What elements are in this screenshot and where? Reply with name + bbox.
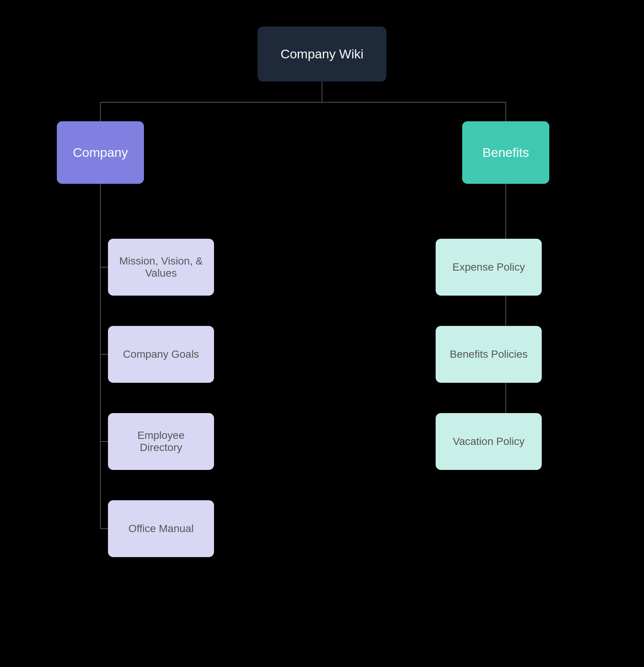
benpolicies-node[interactable]: Benefits Policies [436, 326, 542, 383]
employees-node[interactable]: Employee Directory [108, 413, 214, 470]
vacation-node[interactable]: Vacation Policy [436, 413, 542, 470]
org-chart: Company Wiki Company Benefits Mission, V… [19, 11, 625, 656]
goals-label: Company Goals [123, 348, 199, 360]
employees-label: Employee Directory [116, 429, 206, 454]
mission-node[interactable]: Mission, Vision, & Values [108, 239, 214, 296]
mission-label: Mission, Vision, & Values [116, 255, 206, 279]
office-node[interactable]: Office Manual [108, 500, 214, 557]
benefits-node[interactable]: Benefits [462, 121, 549, 184]
expense-node[interactable]: Expense Policy [436, 239, 542, 296]
company-label: Company [73, 145, 128, 160]
root-label: Company Wiki [280, 47, 363, 61]
company-node[interactable]: Company [57, 121, 144, 184]
benefits-label: Benefits [483, 145, 529, 160]
benpolicies-label: Benefits Policies [450, 348, 527, 360]
office-label: Office Manual [128, 523, 194, 535]
vacation-label: Vacation Policy [453, 435, 524, 448]
root-node[interactable]: Company Wiki [258, 27, 386, 81]
goals-node[interactable]: Company Goals [108, 326, 214, 383]
expense-label: Expense Policy [452, 261, 525, 273]
